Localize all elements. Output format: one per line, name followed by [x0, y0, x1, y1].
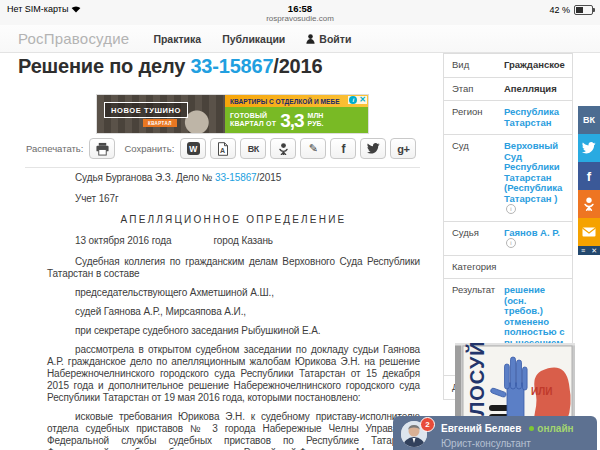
share-row: Распечатать: Сохранить: W A ВК ✎ f g+	[26, 138, 416, 159]
document-city: город Казань	[214, 235, 273, 246]
page-title-suffix: /2016	[273, 55, 322, 77]
document-paragraph: при секретаре судебного заседания Рыбушк…	[47, 325, 420, 337]
address-bar[interactable]: rospravosudie.com	[0, 14, 600, 23]
adchoices-icon[interactable]: i	[349, 96, 357, 104]
date-line: 13 октября 2016 годагород Казань	[47, 235, 420, 247]
google-plus-icon: g+	[397, 143, 409, 155]
browser-status-bar: Нет SIM-карты 16:58 rospravosudie.com 42…	[0, 0, 600, 26]
page-title: Решение по делу 33-15867/2016	[18, 55, 322, 78]
ad-banner[interactable]: НОВОЕ ТУШИНО КВАРТАЛ КВАРТИРЫ С ОТДЕЛКОЙ…	[97, 95, 368, 133]
share-vk-button[interactable]: ВК	[240, 138, 266, 159]
document-paragraph: рассмотрела в открытом судебном заседани…	[47, 344, 420, 404]
ad-price: 3,3	[280, 111, 303, 130]
case-number-link[interactable]: 33-15867	[190, 55, 273, 77]
case-info-row: СудВерховный Суд Республики Татарстан (Р…	[444, 135, 572, 222]
chat-widget[interactable]: 2 Евгений Беляевонлайн Юрист-консультант	[393, 416, 597, 450]
pdf-icon: A	[217, 142, 229, 156]
poster-side-text: ИЛИ	[531, 386, 552, 397]
site-logo[interactable]: РосПравосудие	[18, 30, 129, 47]
clock: 16:58	[0, 3, 600, 14]
social-odnoklassniki-button[interactable]	[578, 190, 600, 218]
case-info-label: Этап	[444, 78, 502, 101]
vk-icon: ВК	[248, 144, 259, 154]
unread-badge: 2	[420, 417, 435, 432]
social-twitter-button[interactable]	[578, 134, 600, 162]
case-info-row: ВидГражданское	[444, 54, 572, 78]
document-paragraph: Судебная коллегия по гражданским делам В…	[47, 256, 420, 280]
divider	[25, 167, 420, 168]
case-info-label: Судья	[444, 222, 502, 255]
share-twitter-button[interactable]	[360, 138, 386, 159]
document-date: 13 октября 2016 года	[75, 235, 172, 246]
print-button[interactable]	[89, 138, 115, 159]
case-info-row: СудьяГаянов А. Р.i	[444, 222, 572, 256]
social-share-bar: ВК f ≡ ✕	[578, 106, 600, 255]
share-livejournal-button[interactable]: ✎	[300, 138, 326, 159]
case-info-row: Категория	[444, 256, 572, 280]
printer-icon	[95, 142, 110, 156]
share-odnoklassniki-button[interactable]	[270, 138, 296, 159]
share-googleplus-button[interactable]: g+	[390, 138, 416, 159]
record-line: Учет 167г	[47, 193, 420, 205]
twitter-icon	[582, 142, 596, 154]
svg-text:A: A	[220, 147, 225, 154]
login-button[interactable]: Войти	[306, 33, 351, 45]
document-paragraph: исковые требования Юрикова Э.Н. к судебн…	[47, 411, 420, 450]
menu-icon[interactable]: ≡	[581, 246, 585, 255]
case-info-label: Суд	[444, 135, 502, 221]
social-vk-button[interactable]: ВК	[578, 106, 600, 134]
nav-item-publikacii[interactable]: Публикации	[222, 33, 285, 45]
save-word-button[interactable]: W	[180, 138, 206, 159]
social-facebook-button[interactable]: f	[578, 162, 600, 190]
case-number-link-small[interactable]: 33-15867	[215, 172, 256, 183]
battery-percent: 42 %	[549, 5, 570, 15]
share-facebook-button[interactable]: f	[330, 138, 356, 159]
page-title-prefix: Решение по делу	[18, 55, 190, 77]
info-icon[interactable]: i	[506, 238, 516, 248]
twitter-icon	[367, 143, 380, 154]
ad-close-icon[interactable]: ✕	[359, 96, 366, 104]
ad-offer-text: ГОТОВЫЙ КВАРТАЛ ОТ	[230, 112, 276, 129]
case-info-value-link[interactable]: Республика Татарстан	[502, 101, 572, 134]
consultant-role: Юрист-консультант	[441, 438, 531, 449]
odnoklassniki-icon	[279, 143, 288, 155]
case-info-label: Вид	[444, 54, 502, 77]
case-info-value-link[interactable]: Верховный Суд Республики Татарстан (Респ…	[502, 135, 572, 221]
odnoklassniki-icon	[584, 197, 594, 211]
user-icon	[306, 34, 315, 44]
case-info-value: Апелляция	[502, 78, 572, 101]
case-info-value	[502, 256, 572, 279]
site-header: РосПравосудие Практика Публикации Войти	[0, 25, 600, 53]
consultant-name: Евгений Беляев	[441, 423, 521, 434]
pencil-icon: ✎	[309, 142, 318, 155]
word-icon: W	[187, 142, 200, 155]
case-info-label: Регион	[444, 101, 502, 134]
ad-top-line: КВАРТИРЫ С ОТДЕЛКОЙ И МЕБЕ	[225, 95, 368, 107]
facebook-icon: f	[342, 142, 346, 156]
document-paragraph: судей Гаянова А.Р., Мирсаяпова А.И.,	[47, 306, 420, 318]
facebook-icon: f	[587, 169, 591, 184]
online-dot-icon	[529, 426, 534, 431]
email-icon	[582, 227, 596, 237]
save-label: Сохранить:	[124, 143, 174, 154]
close-icon[interactable]: ✕	[591, 246, 597, 255]
social-bar-controls[interactable]: ≡ ✕	[578, 246, 600, 255]
social-email-button[interactable]	[578, 218, 600, 246]
case-info-row: ЭтапАпелляция	[444, 78, 572, 102]
case-info-label: Категория	[444, 256, 502, 279]
judge-line: Судья Бурганова Э.З. Дело № 33-15867/201…	[47, 172, 420, 184]
case-info-value-link[interactable]: Гаянов А. Р.i	[502, 222, 572, 255]
save-pdf-button[interactable]: A	[210, 138, 236, 159]
case-info-value: Гражданское	[502, 54, 572, 77]
ad-offer-panel: КВАРТИРЫ С ОТДЕЛКОЙ И МЕБЕ ГОТОВЫЙ КВАРТ…	[225, 95, 368, 133]
document-paragraphs: Судебная коллегия по гражданским делам В…	[47, 256, 420, 450]
case-info-row: РегионРеспублика Татарстан	[444, 101, 572, 135]
print-label: Распечатать:	[26, 143, 83, 154]
document-heading: АПЕЛЛЯЦИОННОЕ ОПРЕДЕЛЕНИЕ	[47, 214, 420, 226]
nav-item-praktika[interactable]: Практика	[153, 33, 201, 45]
info-icon[interactable]: i	[506, 204, 516, 214]
vk-icon: ВК	[583, 115, 595, 125]
ad-price-unit: МЛН РУБ.	[308, 112, 324, 128]
ad-photo: НОВОЕ ТУШИНО КВАРТАЛ	[97, 95, 225, 133]
login-label: Войти	[319, 33, 351, 45]
